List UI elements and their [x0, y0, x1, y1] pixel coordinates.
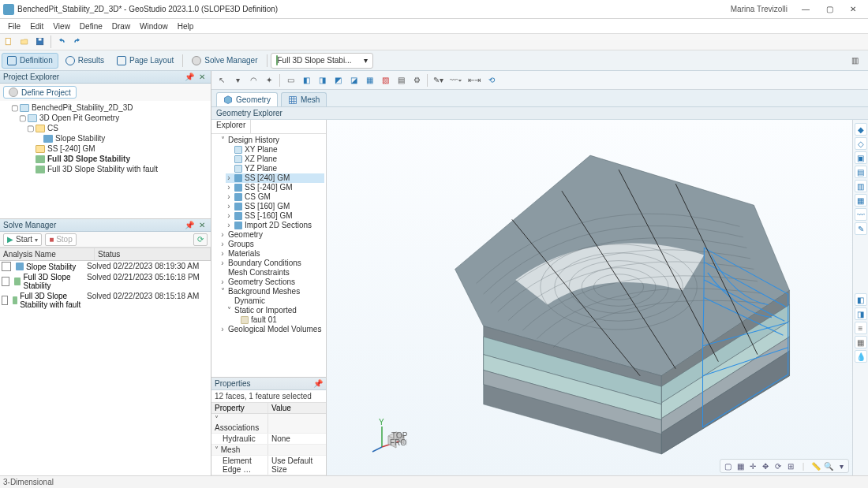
- col-property[interactable]: Property: [211, 403, 268, 413]
- menu-edit[interactable]: Edit: [25, 21, 48, 32]
- chevron-down-icon[interactable]: ▾: [836, 460, 847, 471]
- pin-icon[interactable]: 📌: [184, 73, 195, 82]
- right-tool-5[interactable]: ▥: [855, 180, 867, 192]
- new-button[interactable]: [2, 35, 16, 49]
- stop-button[interactable]: ■Stop: [45, 233, 77, 246]
- close-panel-icon[interactable]: ✕: [196, 73, 208, 82]
- right-tool-8[interactable]: ✎: [855, 222, 867, 235]
- right-tool-1[interactable]: ◆: [855, 123, 867, 136]
- tab-results[interactable]: Results: [60, 53, 110, 69]
- menu-view[interactable]: View: [48, 21, 75, 32]
- ortho-icon[interactable]: ⊞: [785, 460, 796, 471]
- window-maximize[interactable]: ▢: [817, 2, 841, 17]
- analysis-table: Slope StabilitySolved 02/22/2023 08:19:3…: [0, 261, 211, 475]
- right-tool-cube2-icon[interactable]: ◨: [855, 307, 867, 320]
- menu-file[interactable]: File: [3, 21, 25, 32]
- right-tool-4[interactable]: ▤: [855, 166, 867, 178]
- menu-define[interactable]: Define: [75, 21, 107, 32]
- prop-row-hydraulic[interactable]: HydraulicNone: [211, 434, 326, 445]
- gear-icon: [192, 56, 201, 65]
- geometry-tree[interactable]: ˅Design History XY Plane XZ Plane YZ Pla…: [211, 134, 326, 377]
- box-tool-icon[interactable]: ▭: [283, 73, 297, 88]
- tab-mesh[interactable]: Mesh: [281, 92, 327, 106]
- right-tool-grid-icon[interactable]: ▦: [855, 336, 867, 348]
- 3d-viewport[interactable]: Y TOP FRONT ▢ ▦: [327, 120, 868, 475]
- lasso-tool-icon[interactable]: ◠: [246, 73, 260, 88]
- app-title: BenchedPit_Stability_2D_3D* - GeoStudio …: [17, 5, 278, 13]
- cube-wire-icon[interactable]: ◨: [315, 73, 329, 88]
- layer-icon[interactable]: ▦: [362, 73, 376, 88]
- explorer-tab[interactable]: Explorer: [211, 120, 251, 133]
- analysis-icon: [36, 166, 45, 173]
- rotate-tool-icon[interactable]: ⟲: [485, 73, 499, 88]
- redo-button[interactable]: [70, 35, 84, 49]
- measure-icon[interactable]: 📏: [810, 460, 821, 471]
- cube-alt-icon[interactable]: ◪: [346, 73, 361, 88]
- delete-icon[interactable]: ▧: [378, 73, 392, 88]
- view-extents-icon[interactable]: ▢: [722, 460, 733, 471]
- pin-icon[interactable]: 📌: [313, 379, 323, 388]
- col-status[interactable]: Status: [95, 248, 211, 260]
- measure-tool-icon[interactable]: 〰▾: [447, 73, 464, 88]
- plane-icon: [234, 155, 242, 163]
- svg-rect-0: [6, 39, 10, 45]
- right-tool-7[interactable]: 〰: [855, 208, 867, 221]
- prop-group-assoc[interactable]: Associations: [211, 414, 326, 434]
- project-tree[interactable]: ▢BenchedPit_Stability_2D_3D ▢3D Open Pit…: [0, 101, 211, 219]
- analysis-row[interactable]: Slope StabilitySolved 02/22/2023 08:19:3…: [0, 261, 211, 272]
- tab-geometry[interactable]: Geometry: [216, 92, 278, 106]
- checkbox[interactable]: [2, 262, 11, 271]
- close-panel-icon[interactable]: ✕: [196, 221, 208, 230]
- tab-definition[interactable]: Definition: [2, 53, 58, 69]
- analysis-row[interactable]: Full 3D Slope Stability with faultSolved…: [0, 291, 211, 310]
- grid-toggle-icon[interactable]: ▦: [735, 460, 746, 471]
- checkbox[interactable]: [2, 277, 9, 286]
- start-button[interactable]: ▶Start: [3, 233, 42, 246]
- define-project-button[interactable]: Define Project: [3, 86, 77, 99]
- right-tool-2[interactable]: ◇: [855, 137, 867, 150]
- ribbon-extra-button[interactable]: ▥: [847, 54, 862, 68]
- pick-tool-icon[interactable]: ✦: [262, 73, 276, 88]
- select-tool-icon[interactable]: ↖: [215, 73, 229, 88]
- right-tool-lines-icon[interactable]: ≡: [855, 322, 867, 334]
- view-toolbar-right: ◆ ◇ ▣ ▤ ▥ ▦ 〰 ✎ ◧ ◨ ≡ ▦ 💧: [852, 120, 868, 475]
- menu-help[interactable]: Help: [173, 21, 199, 32]
- move-icon[interactable]: ✥: [760, 460, 771, 471]
- right-tool-cube-icon[interactable]: ◧: [855, 293, 867, 306]
- right-tool-drop-icon[interactable]: 💧: [855, 350, 867, 363]
- btn-solve-manager[interactable]: Solve Manager: [186, 53, 263, 69]
- chevron-down-icon: [35, 235, 38, 244]
- prop-group-mesh[interactable]: Mesh: [211, 445, 326, 456]
- rotate-icon[interactable]: ⟳: [773, 460, 784, 471]
- right-tool-3[interactable]: ▣: [855, 151, 867, 164]
- col-value[interactable]: Value: [268, 403, 326, 413]
- axis-gnomon[interactable]: Y TOP FRONT: [371, 417, 407, 455]
- sketch-tool-icon[interactable]: ✎▾: [431, 73, 446, 88]
- tab-pagelayout[interactable]: Page Layout: [111, 53, 179, 69]
- window-close[interactable]: ✕: [841, 2, 865, 17]
- analysis-row[interactable]: Full 3D Slope StabilitySolved 02/21/2023…: [0, 272, 211, 291]
- svg-text:Y: Y: [379, 418, 384, 427]
- export-icon[interactable]: ▤: [394, 73, 408, 88]
- dimension-tool-icon[interactable]: ⇤⇥: [466, 73, 483, 88]
- cube-tool-icon[interactable]: ◧: [299, 73, 313, 88]
- checkbox[interactable]: [2, 296, 8, 305]
- window-minimize[interactable]: —: [794, 2, 817, 17]
- undo-button[interactable]: [54, 35, 69, 49]
- col-analysis-name[interactable]: Analysis Name: [0, 248, 95, 260]
- settings-gear-icon[interactable]: ⚙: [410, 73, 424, 88]
- save-button[interactable]: [33, 35, 47, 49]
- search-icon[interactable]: 🔍: [823, 460, 834, 471]
- select-tool-dd[interactable]: ▾: [230, 73, 245, 88]
- pin-icon[interactable]: 📌: [184, 221, 195, 230]
- menu-draw[interactable]: Draw: [107, 21, 135, 32]
- file-toolbar: [0, 33, 868, 50]
- open-button[interactable]: [17, 35, 32, 49]
- cube-solid-icon[interactable]: ◩: [331, 73, 345, 88]
- menu-window[interactable]: Window: [135, 21, 173, 32]
- refresh-button[interactable]: ⟳: [193, 233, 208, 246]
- right-tool-6[interactable]: ▦: [855, 194, 867, 207]
- snap-icon[interactable]: ✛: [747, 460, 758, 471]
- prop-row-edgesize[interactable]: Element Edge …Use Default Size: [211, 456, 326, 475]
- analysis-dropdown[interactable]: Full 3D Slope Stabi...▾: [271, 53, 373, 69]
